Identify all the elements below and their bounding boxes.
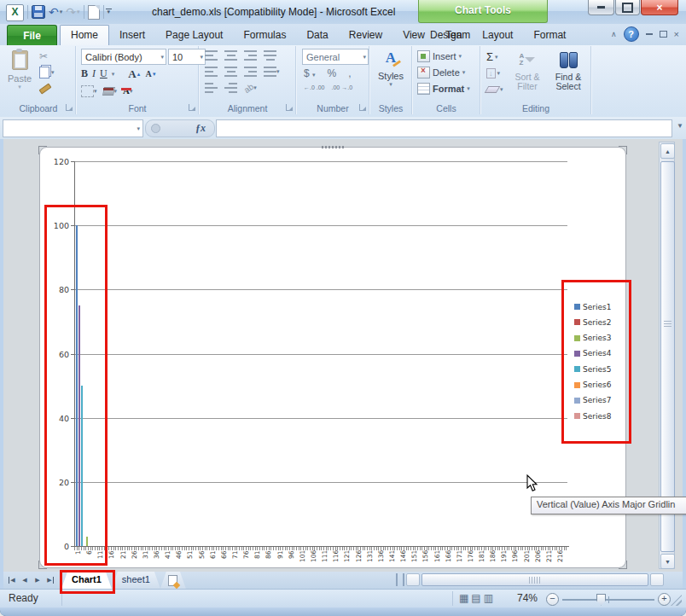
underline-button[interactable]: U <box>100 67 108 80</box>
tab-layout[interactable]: Layout <box>472 25 523 45</box>
percent-style-button[interactable]: % <box>328 67 337 79</box>
last-sheet-button[interactable]: ▶ <box>44 573 56 586</box>
grow-font-button[interactable]: A▲ <box>128 67 141 81</box>
workbook-restore-button[interactable] <box>660 31 667 38</box>
horizontal-scroll-thumb[interactable] <box>421 573 648 586</box>
sheet-tab-sheet1[interactable]: sheet1 <box>112 572 160 589</box>
dialog-launcher-icon[interactable] <box>286 104 293 111</box>
zoom-track[interactable] <box>562 599 654 601</box>
shrink-font-button[interactable]: A▼ <box>146 69 157 78</box>
selection-handle[interactable] <box>322 146 344 148</box>
sheet-tab-chart1[interactable]: Chart1 <box>61 572 112 589</box>
insert-function-button[interactable]: ƒx <box>145 119 215 137</box>
resize-grip[interactable] <box>671 595 682 606</box>
tab-formulas[interactable]: Formulas <box>233 25 296 45</box>
increase-decimal-button[interactable]: ←.0 .00 <box>304 84 325 90</box>
page-layout-view-button[interactable]: ▤ <box>471 592 480 604</box>
font-color-button[interactable]: A▾ <box>123 87 132 95</box>
italic-button[interactable]: I <box>92 67 96 80</box>
merge-center-button[interactable]: ▾ <box>264 66 280 78</box>
save-button[interactable] <box>32 5 45 19</box>
sort-filter-button[interactable]: AZ Sort & Filter <box>507 49 548 91</box>
tab-split-handle[interactable] <box>396 573 404 586</box>
zoom-in-button[interactable]: + <box>658 593 671 606</box>
tab-review[interactable]: Review <box>339 25 392 45</box>
tab-data[interactable]: Data <box>296 25 338 45</box>
tab-format[interactable]: Format <box>523 25 576 45</box>
legend-item[interactable]: Series8 <box>574 411 611 421</box>
redo-button[interactable]: ↷▾ <box>66 4 79 20</box>
orientation-button[interactable]: ab▾ <box>244 84 257 93</box>
styles-button[interactable]: A Styles ▾ <box>374 49 408 88</box>
format-painter-button[interactable] <box>39 82 55 96</box>
zoom-out-button[interactable]: − <box>546 593 559 606</box>
align-middle-button[interactable] <box>224 49 237 61</box>
align-top-button[interactable] <box>205 49 218 61</box>
scroll-down-button[interactable]: ▼ <box>660 554 675 569</box>
bold-button[interactable]: B <box>81 67 88 80</box>
delete-cells-button[interactable]: Delete▾ <box>417 67 470 78</box>
autosum-button[interactable]: Σ▾ <box>486 50 503 63</box>
insert-cells-button[interactable]: Insert▾ <box>417 50 470 62</box>
zoom-thumb[interactable] <box>596 594 606 606</box>
align-bottom-button[interactable] <box>244 49 257 61</box>
number-format-select[interactable]: General▾ <box>302 49 369 65</box>
borders-button[interactable]: ▾ <box>81 85 97 97</box>
font-name-select[interactable]: Calibri (Body)▾ <box>81 49 166 65</box>
bar-series[interactable] <box>81 386 83 546</box>
align-center-button[interactable] <box>224 66 237 78</box>
scroll-right-button[interactable] <box>650 573 664 586</box>
restore-button[interactable] <box>615 0 640 15</box>
expand-formula-bar-icon[interactable]: ▼ <box>677 122 683 130</box>
scroll-up-button[interactable]: ▲ <box>660 143 675 159</box>
find-select-button[interactable]: Find & Select <box>548 49 589 91</box>
fill-color-button[interactable]: ▾ <box>103 87 118 96</box>
legend-item[interactable]: Series7 <box>574 396 611 405</box>
new-document-button[interactable] <box>88 5 100 20</box>
dialog-launcher-icon[interactable] <box>359 104 366 111</box>
close-button[interactable]: × <box>641 0 678 15</box>
name-box[interactable]: ▾ <box>3 119 143 137</box>
workbook-close-button[interactable]: × <box>674 29 679 39</box>
vertical-scroll-thumb[interactable] <box>660 161 675 552</box>
excel-app-icon[interactable]: X <box>6 4 24 21</box>
chart-sheet[interactable]: 120100806040200 161116212631364146515661… <box>39 147 626 568</box>
zoom-level[interactable]: 74% <box>517 592 538 604</box>
customize-qat-button[interactable]: ▾ <box>108 9 111 15</box>
formula-input[interactable] <box>216 119 672 137</box>
clear-button[interactable]: ▾ <box>486 83 503 96</box>
first-sheet-button[interactable]: ◀ <box>6 573 18 586</box>
legend-item[interactable]: Series2 <box>574 317 611 327</box>
workbook-minimize-button[interactable] <box>646 33 653 35</box>
legend-item[interactable]: Series1 <box>574 302 611 311</box>
fill-button[interactable]: ↓▾ <box>486 67 503 79</box>
next-sheet-button[interactable]: ▶ <box>32 573 44 586</box>
insert-worksheet-button[interactable] <box>160 572 186 589</box>
legend-item[interactable]: Series5 <box>574 364 611 374</box>
undo-button[interactable]: ↶▾ <box>49 4 62 20</box>
accounting-format-button[interactable]: $ ▾ <box>304 67 316 79</box>
legend-item[interactable]: Series4 <box>574 349 611 358</box>
previous-sheet-button[interactable]: ◀ <box>19 573 31 586</box>
dialog-launcher-icon[interactable] <box>66 104 73 111</box>
cut-button[interactable]: ✂ <box>39 49 55 63</box>
align-left-button[interactable] <box>205 66 218 78</box>
bar-series[interactable] <box>76 225 78 546</box>
comma-style-button[interactable]: , <box>348 67 351 79</box>
normal-view-button[interactable]: ▦ <box>459 592 468 604</box>
minimize-button[interactable] <box>588 0 614 15</box>
increase-indent-button[interactable] <box>224 82 237 94</box>
bar-series[interactable] <box>78 305 80 546</box>
tab-insert[interactable]: Insert <box>109 25 155 45</box>
decrease-indent-button[interactable] <box>205 82 218 94</box>
dialog-launcher-icon[interactable] <box>189 104 195 111</box>
copy-button[interactable]: ▾ <box>39 66 55 79</box>
file-tab[interactable]: File <box>7 25 57 46</box>
tab-design[interactable]: Design <box>420 25 472 45</box>
legend-item[interactable]: Series6 <box>574 381 611 390</box>
paste-button[interactable]: Paste ▾ <box>5 49 34 102</box>
legend-item[interactable]: Series3 <box>574 334 611 343</box>
collapse-ribbon-icon[interactable]: ∧ <box>611 30 617 38</box>
help-button[interactable]: ? <box>624 26 639 42</box>
wrap-text-button[interactable] <box>264 49 276 61</box>
